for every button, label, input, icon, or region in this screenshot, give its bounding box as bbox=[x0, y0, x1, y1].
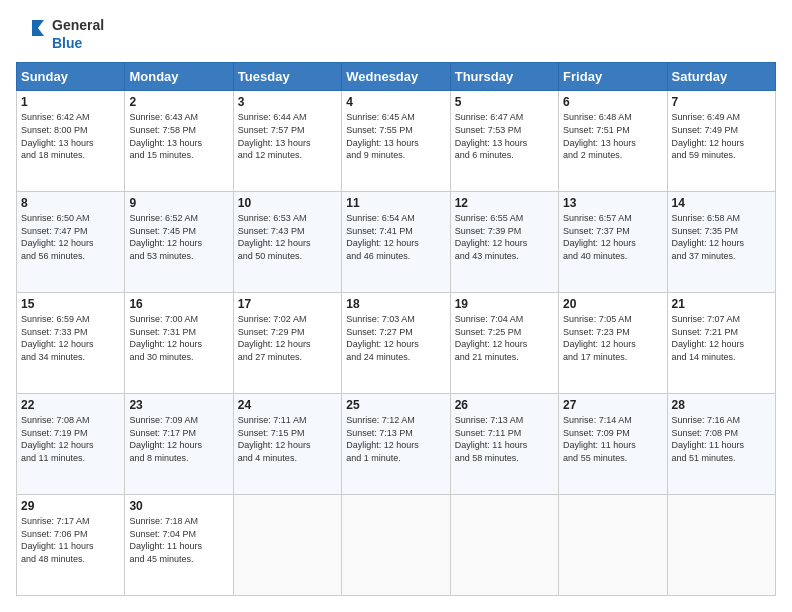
day-number: 11 bbox=[346, 196, 445, 210]
day-number: 29 bbox=[21, 499, 120, 513]
day-cell: 28Sunrise: 7:16 AM Sunset: 7:08 PM Dayli… bbox=[667, 394, 775, 495]
day-info: Sunrise: 6:43 AM Sunset: 7:58 PM Dayligh… bbox=[129, 111, 228, 161]
day-info: Sunrise: 7:07 AM Sunset: 7:21 PM Dayligh… bbox=[672, 313, 771, 363]
day-number: 27 bbox=[563, 398, 662, 412]
day-info: Sunrise: 6:54 AM Sunset: 7:41 PM Dayligh… bbox=[346, 212, 445, 262]
day-number: 4 bbox=[346, 95, 445, 109]
weekday-header-saturday: Saturday bbox=[667, 63, 775, 91]
day-cell: 18Sunrise: 7:03 AM Sunset: 7:27 PM Dayli… bbox=[342, 293, 450, 394]
week-row-0: 1Sunrise: 6:42 AM Sunset: 8:00 PM Daylig… bbox=[17, 91, 776, 192]
day-number: 6 bbox=[563, 95, 662, 109]
day-number: 19 bbox=[455, 297, 554, 311]
day-info: Sunrise: 6:52 AM Sunset: 7:45 PM Dayligh… bbox=[129, 212, 228, 262]
weekday-header-friday: Friday bbox=[559, 63, 667, 91]
day-cell bbox=[233, 495, 341, 596]
logo-flag-icon bbox=[16, 18, 48, 50]
day-cell: 22Sunrise: 7:08 AM Sunset: 7:19 PM Dayli… bbox=[17, 394, 125, 495]
day-number: 14 bbox=[672, 196, 771, 210]
day-cell: 13Sunrise: 6:57 AM Sunset: 7:37 PM Dayli… bbox=[559, 192, 667, 293]
weekday-header-monday: Monday bbox=[125, 63, 233, 91]
day-cell: 11Sunrise: 6:54 AM Sunset: 7:41 PM Dayli… bbox=[342, 192, 450, 293]
calendar-page: GeneralBlue SundayMondayTuesdayWednesday… bbox=[0, 0, 792, 612]
day-info: Sunrise: 7:13 AM Sunset: 7:11 PM Dayligh… bbox=[455, 414, 554, 464]
logo-text: GeneralBlue bbox=[52, 16, 104, 52]
day-info: Sunrise: 7:04 AM Sunset: 7:25 PM Dayligh… bbox=[455, 313, 554, 363]
day-cell: 29Sunrise: 7:17 AM Sunset: 7:06 PM Dayli… bbox=[17, 495, 125, 596]
day-cell: 25Sunrise: 7:12 AM Sunset: 7:13 PM Dayli… bbox=[342, 394, 450, 495]
day-cell: 21Sunrise: 7:07 AM Sunset: 7:21 PM Dayli… bbox=[667, 293, 775, 394]
week-row-2: 15Sunrise: 6:59 AM Sunset: 7:33 PM Dayli… bbox=[17, 293, 776, 394]
day-cell: 2Sunrise: 6:43 AM Sunset: 7:58 PM Daylig… bbox=[125, 91, 233, 192]
day-cell: 4Sunrise: 6:45 AM Sunset: 7:55 PM Daylig… bbox=[342, 91, 450, 192]
logo-container: GeneralBlue bbox=[16, 16, 104, 52]
logo: GeneralBlue bbox=[16, 16, 104, 52]
day-info: Sunrise: 7:02 AM Sunset: 7:29 PM Dayligh… bbox=[238, 313, 337, 363]
weekday-header-row: SundayMondayTuesdayWednesdayThursdayFrid… bbox=[17, 63, 776, 91]
day-cell: 16Sunrise: 7:00 AM Sunset: 7:31 PM Dayli… bbox=[125, 293, 233, 394]
day-number: 26 bbox=[455, 398, 554, 412]
day-cell: 17Sunrise: 7:02 AM Sunset: 7:29 PM Dayli… bbox=[233, 293, 341, 394]
day-number: 12 bbox=[455, 196, 554, 210]
day-info: Sunrise: 6:44 AM Sunset: 7:57 PM Dayligh… bbox=[238, 111, 337, 161]
day-cell bbox=[667, 495, 775, 596]
day-number: 15 bbox=[21, 297, 120, 311]
day-info: Sunrise: 7:09 AM Sunset: 7:17 PM Dayligh… bbox=[129, 414, 228, 464]
day-info: Sunrise: 7:16 AM Sunset: 7:08 PM Dayligh… bbox=[672, 414, 771, 464]
day-number: 16 bbox=[129, 297, 228, 311]
day-number: 1 bbox=[21, 95, 120, 109]
day-number: 7 bbox=[672, 95, 771, 109]
day-number: 2 bbox=[129, 95, 228, 109]
day-cell: 5Sunrise: 6:47 AM Sunset: 7:53 PM Daylig… bbox=[450, 91, 558, 192]
day-info: Sunrise: 6:59 AM Sunset: 7:33 PM Dayligh… bbox=[21, 313, 120, 363]
day-number: 9 bbox=[129, 196, 228, 210]
day-number: 21 bbox=[672, 297, 771, 311]
day-info: Sunrise: 7:17 AM Sunset: 7:06 PM Dayligh… bbox=[21, 515, 120, 565]
day-cell: 27Sunrise: 7:14 AM Sunset: 7:09 PM Dayli… bbox=[559, 394, 667, 495]
day-info: Sunrise: 6:55 AM Sunset: 7:39 PM Dayligh… bbox=[455, 212, 554, 262]
day-cell: 10Sunrise: 6:53 AM Sunset: 7:43 PM Dayli… bbox=[233, 192, 341, 293]
week-row-4: 29Sunrise: 7:17 AM Sunset: 7:06 PM Dayli… bbox=[17, 495, 776, 596]
weekday-header-sunday: Sunday bbox=[17, 63, 125, 91]
day-number: 20 bbox=[563, 297, 662, 311]
day-cell: 19Sunrise: 7:04 AM Sunset: 7:25 PM Dayli… bbox=[450, 293, 558, 394]
weekday-header-tuesday: Tuesday bbox=[233, 63, 341, 91]
day-number: 13 bbox=[563, 196, 662, 210]
day-info: Sunrise: 6:57 AM Sunset: 7:37 PM Dayligh… bbox=[563, 212, 662, 262]
day-number: 18 bbox=[346, 297, 445, 311]
calendar-table: SundayMondayTuesdayWednesdayThursdayFrid… bbox=[16, 62, 776, 596]
day-cell: 6Sunrise: 6:48 AM Sunset: 7:51 PM Daylig… bbox=[559, 91, 667, 192]
day-cell: 9Sunrise: 6:52 AM Sunset: 7:45 PM Daylig… bbox=[125, 192, 233, 293]
day-number: 30 bbox=[129, 499, 228, 513]
day-number: 10 bbox=[238, 196, 337, 210]
day-cell: 20Sunrise: 7:05 AM Sunset: 7:23 PM Dayli… bbox=[559, 293, 667, 394]
week-row-1: 8Sunrise: 6:50 AM Sunset: 7:47 PM Daylig… bbox=[17, 192, 776, 293]
day-cell bbox=[450, 495, 558, 596]
day-cell: 12Sunrise: 6:55 AM Sunset: 7:39 PM Dayli… bbox=[450, 192, 558, 293]
day-info: Sunrise: 6:45 AM Sunset: 7:55 PM Dayligh… bbox=[346, 111, 445, 161]
day-cell: 30Sunrise: 7:18 AM Sunset: 7:04 PM Dayli… bbox=[125, 495, 233, 596]
day-number: 17 bbox=[238, 297, 337, 311]
day-info: Sunrise: 7:08 AM Sunset: 7:19 PM Dayligh… bbox=[21, 414, 120, 464]
day-info: Sunrise: 6:50 AM Sunset: 7:47 PM Dayligh… bbox=[21, 212, 120, 262]
day-number: 22 bbox=[21, 398, 120, 412]
day-info: Sunrise: 6:49 AM Sunset: 7:49 PM Dayligh… bbox=[672, 111, 771, 161]
day-cell bbox=[342, 495, 450, 596]
day-cell: 15Sunrise: 6:59 AM Sunset: 7:33 PM Dayli… bbox=[17, 293, 125, 394]
day-info: Sunrise: 6:58 AM Sunset: 7:35 PM Dayligh… bbox=[672, 212, 771, 262]
day-cell: 8Sunrise: 6:50 AM Sunset: 7:47 PM Daylig… bbox=[17, 192, 125, 293]
day-info: Sunrise: 6:53 AM Sunset: 7:43 PM Dayligh… bbox=[238, 212, 337, 262]
day-cell: 1Sunrise: 6:42 AM Sunset: 8:00 PM Daylig… bbox=[17, 91, 125, 192]
day-info: Sunrise: 6:48 AM Sunset: 7:51 PM Dayligh… bbox=[563, 111, 662, 161]
day-info: Sunrise: 6:47 AM Sunset: 7:53 PM Dayligh… bbox=[455, 111, 554, 161]
day-number: 24 bbox=[238, 398, 337, 412]
day-info: Sunrise: 7:12 AM Sunset: 7:13 PM Dayligh… bbox=[346, 414, 445, 464]
day-number: 8 bbox=[21, 196, 120, 210]
day-info: Sunrise: 7:18 AM Sunset: 7:04 PM Dayligh… bbox=[129, 515, 228, 565]
day-info: Sunrise: 7:00 AM Sunset: 7:31 PM Dayligh… bbox=[129, 313, 228, 363]
day-cell: 14Sunrise: 6:58 AM Sunset: 7:35 PM Dayli… bbox=[667, 192, 775, 293]
weekday-header-wednesday: Wednesday bbox=[342, 63, 450, 91]
day-info: Sunrise: 6:42 AM Sunset: 8:00 PM Dayligh… bbox=[21, 111, 120, 161]
day-cell: 7Sunrise: 6:49 AM Sunset: 7:49 PM Daylig… bbox=[667, 91, 775, 192]
day-number: 23 bbox=[129, 398, 228, 412]
day-number: 5 bbox=[455, 95, 554, 109]
